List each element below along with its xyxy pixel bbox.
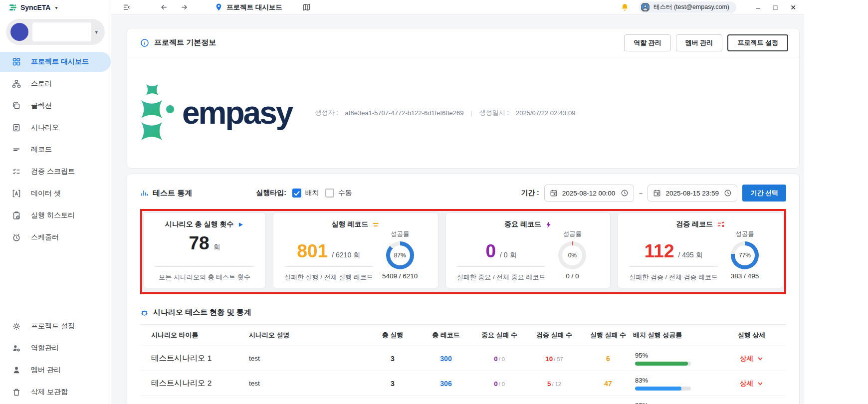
test-stats-header: 테스트 통계 실행타입: 배치 수동 기간 : [140,184,786,202]
breadcrumb[interactable]: 프로젝트 대시보드 [215,3,282,12]
sidebar-item-label: 스토리 [31,79,52,88]
sidebar-item-run-history[interactable]: 실행 히스토리 [0,205,111,225]
scenario-section-title: 시나리오 테스트 현황 및 통계 [153,308,251,317]
minimize-button[interactable]: – [756,4,760,11]
dataset-icon [12,189,21,198]
checkbox-batch[interactable]: 배치 [292,189,319,198]
success-rate-donut: 87% [386,241,414,269]
period-select-button[interactable]: 기간 선택 [742,185,786,202]
sidebar-item-project-dashboard[interactable]: 프로젝트 대시보드 [0,52,111,72]
sidebar-item-collection[interactable]: 콜렉션 [0,96,111,116]
batch-label: 배치 [305,189,319,198]
project-selector[interactable]: ▾ [6,19,105,45]
col-header: 검증 실패 수 [525,331,583,340]
stat-total: / 6210 회 [332,251,360,260]
info-icon [140,38,149,47]
stat-total: / 495 회 [678,251,703,260]
date-to-input[interactable]: 2025-08-15 23:59 [648,185,737,202]
map-icon[interactable] [302,3,311,11]
bell-icon[interactable] [621,3,629,11]
progress-fill [635,387,681,391]
critical-fail: 0/ 0 [473,354,525,363]
created-at-value: 2025/07/22 02:43:09 [516,109,575,117]
batch-checkbox[interactable] [292,189,301,198]
sidebar-item-project-settings[interactable]: 프로젝트 설정 [0,316,111,336]
date-from-value: 2025-08-12 00:00 [562,190,616,197]
sidebar-item-trash[interactable]: 삭제 보관함 [0,382,111,402]
scenario-icon [12,123,21,132]
sidebar-nav: 프로젝트 대시보드 스토리 콜렉션 시나리오 [0,52,111,249]
stat-value: 801 [297,242,328,260]
manual-checkbox[interactable] [325,189,334,198]
sidebar-item-record[interactable]: 레코드 [0,140,111,160]
sidebar-item-verify-script[interactable]: 검증 스크립트 [0,162,111,182]
calendar-icon [550,189,558,197]
project-info-title: 프로젝트 기본정보 [154,38,216,47]
record-icon [12,145,21,154]
sidebar-item-label: 역할관리 [31,344,59,353]
col-header: 실행 상세 [717,331,786,340]
success-rate-donut: 0% [558,241,586,269]
user-menu[interactable]: 테스터 (test@empasy.com) [639,1,736,13]
sidebar-item-scenario[interactable]: 시나리오 [0,118,111,138]
project-info-header: 프로젝트 기본정보 역할 관리 멤버 관리 프로젝트 설정 [127,28,799,57]
project-settings-button[interactable]: 프로젝트 설정 [727,34,788,51]
empasy-logo-mark-icon [135,80,181,145]
bar-chart-icon [140,189,148,197]
stat-card-run-records: 실행 레코드 801 / 6210 회 실패한 실행 / 전체 실행 레코드 [273,212,438,288]
lightning-icon [545,221,552,228]
stat-card-critical-records: 중요 레코드 0 / 0 회 [445,212,611,288]
verify-fail: 10/ 57 [525,354,583,363]
critical-fail: 0/ 0 [473,379,525,388]
user-avatar-icon [641,3,650,11]
alarm-clock-icon [12,233,21,242]
col-header: 시나리오 설명 [238,331,367,340]
sidebar-item-member-management[interactable]: 멤버 관리 [0,360,111,380]
sidebar-item-role-management[interactable]: 역할관리 [0,338,111,358]
collapse-sidebar-icon[interactable] [122,3,131,11]
checkbox-manual[interactable]: 수동 [325,189,352,198]
close-button[interactable]: ✕ [790,4,796,11]
success-fraction: 5409 / 6210 [382,272,418,280]
stat-card-total-runs: 시나리오 총 실행 횟수 78 회 모든 시나리오의 총 테스트 횟 [143,212,266,288]
created-at-label: 생성일시 : [479,108,509,117]
synceta-logo-icon [9,3,17,11]
member-management-button[interactable]: 멤버 관리 [676,34,723,51]
forward-icon[interactable] [180,3,189,11]
play-icon [237,221,244,228]
project-name-box[interactable] [32,22,91,41]
role-management-button[interactable]: 역할 관리 [624,34,671,51]
back-icon[interactable] [160,3,168,11]
scenario-title: 테스트시나리오 2 [140,378,238,389]
date-from-input[interactable]: 2025-08-12 00:00 [544,185,634,202]
sidebar-item-label: 스케줄러 [31,233,59,242]
test-stats-card: 테스트 통계 실행타입: 배치 수동 기간 : [127,174,800,404]
col-header: 총 실행 [367,331,419,340]
detail-button[interactable]: 상세 [717,354,786,363]
scenario-section-header: 시나리오 테스트 현황 및 통계 [140,306,786,318]
sidebar-item-story[interactable]: 스토리 [0,74,111,94]
maximize-button[interactable]: □ [773,4,777,11]
creator-value: af6e3ea1-5707-4772-b122-6d1fef68e269 [345,109,464,117]
total-records[interactable]: 300 [419,355,473,363]
total-records[interactable]: 306 [419,380,473,388]
brand[interactable]: SyncETA ▾ [0,0,111,15]
project-info-body: empasy 생성자 : af6e3ea1-5707-4772-b122-6d1… [127,57,799,168]
detail-button[interactable]: 상세 [717,379,786,388]
stat-value: 78 [189,234,209,252]
person-icon [12,366,21,375]
stat-footer: 실패한 중요 / 전체 중요 레코드 [457,267,546,282]
tilde: ~ [639,190,643,197]
run-fail: 6 [583,355,633,363]
progress-track [635,387,691,391]
batch-success: 95% [633,352,717,366]
sidebar-item-dataset[interactable]: 데이터 셋 [0,184,111,203]
success-rate-text: 87% [394,252,406,259]
story-icon [12,79,21,88]
sidebar-item-scheduler[interactable]: 스케줄러 [0,227,111,247]
project-caret-down-icon[interactable]: ▾ [95,29,98,35]
verify-fail: 5/ 12 [525,379,583,388]
user-label: 테스터 (test@empasy.com) [653,3,729,11]
success-rate-text: 0% [568,252,577,259]
checklist-icon [12,167,21,176]
